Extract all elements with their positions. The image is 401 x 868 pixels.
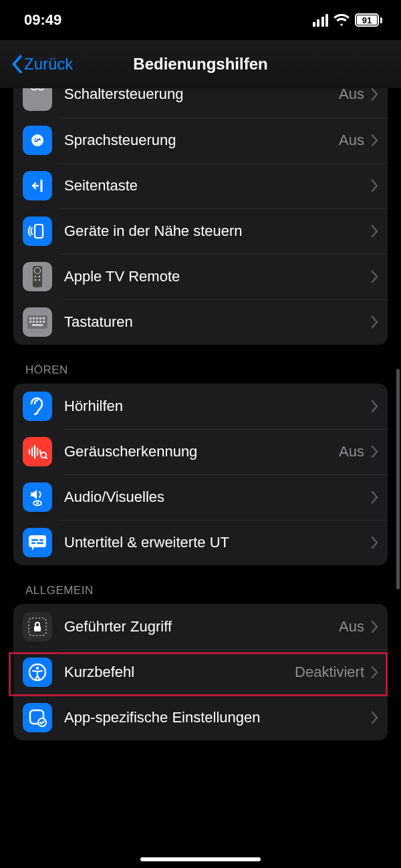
row-untertitel[interactable]: Untertitel & erweiterte UT bbox=[13, 520, 388, 565]
svg-rect-22 bbox=[43, 321, 45, 323]
row-detail: Aus bbox=[339, 88, 364, 103]
row-sprachsteuerung[interactable]: Sprachsteuerung Aus bbox=[13, 118, 388, 163]
svg-rect-39 bbox=[34, 626, 41, 631]
cellular-signal-icon bbox=[313, 14, 329, 27]
svg-rect-18 bbox=[29, 321, 31, 323]
hearing-aid-icon bbox=[23, 392, 52, 421]
back-label: Zurück bbox=[24, 55, 73, 74]
row-tastaturen[interactable]: Tastaturen bbox=[13, 299, 388, 345]
chevron-right-icon bbox=[371, 666, 378, 679]
row-detail: Aus bbox=[339, 618, 364, 635]
svg-line-30 bbox=[45, 457, 47, 458]
row-label: Geräte in der Nähe steuern bbox=[64, 223, 371, 240]
svg-point-4 bbox=[39, 138, 40, 140]
row-label: Seitentaste bbox=[64, 177, 371, 194]
home-indicator[interactable] bbox=[140, 857, 261, 861]
row-seitentaste[interactable]: Seitentaste bbox=[13, 163, 388, 208]
svg-rect-36 bbox=[31, 543, 35, 545]
row-label: Kurzbefehl bbox=[64, 664, 295, 681]
svg-point-9 bbox=[39, 276, 41, 278]
apple-tv-remote-icon bbox=[23, 262, 52, 291]
row-label: Schaltersteuerung bbox=[64, 88, 339, 103]
chevron-right-icon bbox=[371, 445, 378, 458]
row-schaltersteuerung[interactable]: Schaltersteuerung Aus bbox=[13, 88, 388, 118]
svg-rect-14 bbox=[33, 317, 35, 319]
chevron-right-icon bbox=[371, 711, 378, 724]
row-hoerhilfen[interactable]: Hörhilfen bbox=[13, 384, 388, 429]
audio-visual-icon bbox=[23, 482, 52, 512]
status-bar: 09:49 91 bbox=[0, 0, 401, 40]
svg-rect-19 bbox=[33, 321, 35, 323]
scroll-indicator[interactable] bbox=[396, 369, 400, 589]
svg-point-10 bbox=[35, 279, 37, 281]
row-label: Untertitel & erweiterte UT bbox=[64, 534, 371, 551]
row-apple-tv-remote[interactable]: Apple TV Remote bbox=[13, 254, 388, 299]
chevron-right-icon bbox=[371, 88, 378, 101]
svg-rect-0 bbox=[32, 88, 37, 90]
nav-bar: Zurück Bedienungshilfen bbox=[0, 40, 401, 88]
row-label: Audio/Visuelles bbox=[64, 488, 371, 506]
row-label: App-spezifische Einstellungen bbox=[64, 709, 371, 726]
switch-control-icon bbox=[23, 88, 52, 111]
row-detail: Aus bbox=[339, 443, 364, 460]
svg-point-41 bbox=[36, 667, 39, 670]
chevron-right-icon bbox=[371, 490, 378, 504]
row-label: Apple TV Remote bbox=[64, 268, 371, 285]
battery-icon: 91 bbox=[355, 13, 382, 27]
svg-point-32 bbox=[36, 502, 39, 504]
chevron-right-icon bbox=[371, 620, 378, 633]
row-app-spezifische-einstellungen[interactable]: App-spezifische Einstellungen bbox=[13, 695, 388, 740]
side-button-icon bbox=[23, 171, 52, 200]
settings-group-hearing: Hörhilfen Geräuscherkennung Aus Audio/Vi… bbox=[13, 384, 388, 565]
section-header-hearing: Hören bbox=[13, 345, 388, 384]
row-kurzbefehl[interactable]: Kurzbefehl Deaktiviert bbox=[13, 649, 388, 695]
chevron-right-icon bbox=[371, 225, 378, 238]
row-label: Geführter Zugriff bbox=[64, 618, 339, 635]
settings-group-general: Geführter Zugriff Aus Kurzbefehl Deaktiv… bbox=[13, 604, 388, 740]
subtitles-icon bbox=[23, 528, 52, 557]
chevron-right-icon bbox=[371, 315, 378, 329]
row-geraete-in-der-naehe[interactable]: Geräte in der Nähe steuern bbox=[13, 208, 388, 254]
svg-rect-37 bbox=[37, 543, 43, 545]
guided-access-icon bbox=[23, 612, 52, 641]
row-gefuehrter-zugriff[interactable]: Geführter Zugriff Aus bbox=[13, 604, 388, 649]
svg-rect-13 bbox=[29, 317, 31, 319]
accessibility-shortcut-icon bbox=[23, 658, 52, 687]
svg-rect-33 bbox=[29, 535, 46, 547]
row-label: Hörhilfen bbox=[64, 398, 371, 415]
chevron-left-icon bbox=[11, 55, 23, 74]
svg-rect-15 bbox=[36, 317, 38, 319]
back-button[interactable]: Zurück bbox=[11, 55, 73, 74]
sound-recognition-icon bbox=[23, 437, 52, 466]
row-detail: Deaktiviert bbox=[295, 664, 364, 681]
svg-rect-17 bbox=[43, 317, 45, 319]
svg-rect-5 bbox=[35, 225, 43, 238]
row-geraeuscherkennung[interactable]: Geräuscherkennung Aus bbox=[13, 429, 388, 474]
svg-rect-35 bbox=[39, 539, 43, 541]
chevron-right-icon bbox=[371, 536, 378, 549]
keyboard-icon bbox=[23, 307, 52, 337]
row-label: Geräuscherkennung bbox=[64, 443, 339, 460]
row-audio-visuelles[interactable]: Audio/Visuelles bbox=[13, 474, 388, 520]
settings-group-physical: Schaltersteuerung Aus Sprachsteuerung Au… bbox=[13, 88, 388, 345]
svg-point-8 bbox=[35, 276, 37, 278]
chevron-right-icon bbox=[371, 134, 378, 147]
section-header-general: Allgemein bbox=[13, 565, 388, 604]
svg-rect-34 bbox=[31, 539, 38, 541]
svg-rect-1 bbox=[39, 88, 43, 90]
per-app-settings-icon bbox=[23, 703, 52, 732]
chevron-right-icon bbox=[371, 270, 378, 283]
status-time: 09:49 bbox=[24, 11, 61, 29]
row-label: Tastaturen bbox=[64, 313, 371, 331]
svg-rect-16 bbox=[39, 317, 41, 319]
svg-rect-23 bbox=[32, 324, 43, 326]
chevron-right-icon bbox=[371, 179, 378, 192]
svg-point-3 bbox=[35, 138, 36, 140]
row-detail: Aus bbox=[339, 132, 364, 149]
svg-rect-20 bbox=[36, 321, 38, 323]
row-label: Sprachsteuerung bbox=[64, 132, 339, 149]
svg-rect-21 bbox=[39, 321, 41, 323]
chevron-right-icon bbox=[371, 400, 378, 413]
svg-rect-6 bbox=[33, 266, 42, 287]
nearby-devices-icon bbox=[23, 216, 52, 246]
